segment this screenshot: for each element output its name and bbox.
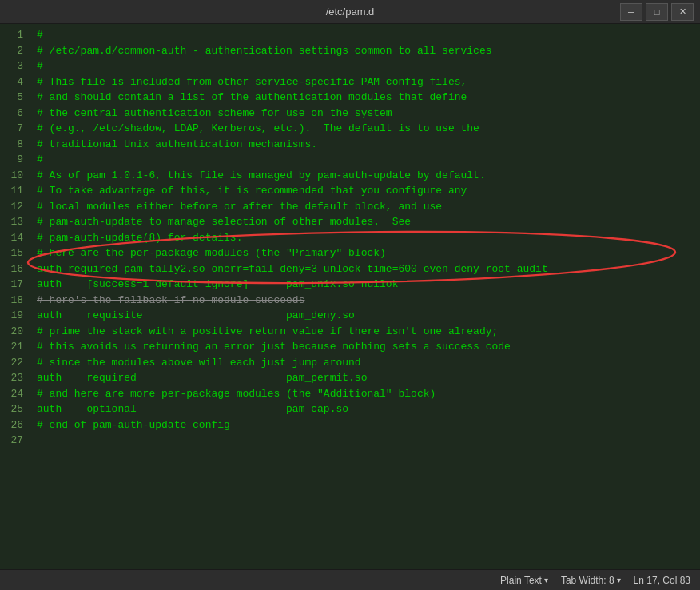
minimize-button[interactable]: ─ (620, 3, 642, 21)
line-number: 18 (3, 293, 23, 309)
line-number: 21 (3, 339, 23, 355)
line-number: 3 (3, 58, 23, 74)
tab-width-label: Tab Width: 8 (561, 575, 614, 586)
line-number: 23 (3, 370, 23, 386)
code-line: # prime the stack with a positive return… (37, 324, 694, 340)
code-line: # here are the per-package modules (the … (37, 245, 694, 261)
line-number: 14 (3, 230, 23, 246)
line-number: 1 (3, 27, 23, 43)
line-number: 25 (3, 401, 23, 417)
code-line: auth [success=1 default=ignore] pam_unix… (37, 277, 694, 293)
cursor-pos-label: Ln 17, Col 83 (634, 575, 690, 586)
code-line: auth optional pam_cap.so (37, 401, 694, 417)
line-number: 22 (3, 355, 23, 371)
maximize-button[interactable]: □ (646, 3, 668, 21)
code-line: # As of pam 1.0.1-6, this file is manage… (37, 168, 694, 184)
cursor-position: Ln 17, Col 83 (634, 575, 690, 586)
close-button[interactable]: ✕ (671, 3, 694, 21)
code-line: # (e.g., /etc/shadow, LDAP, Kerberos, et… (37, 121, 694, 137)
code-line: # traditional Unix authentication mechan… (37, 137, 694, 153)
code-line: auth required pam_permit.so (37, 370, 694, 386)
line-number: 2 (3, 43, 23, 59)
line-number: 4 (3, 74, 23, 90)
code-line: auth requisite pam_deny.so (37, 308, 694, 324)
code-line: # since the modules above will each just… (37, 355, 694, 371)
line-number: 7 (3, 121, 23, 137)
line-number: 11 (3, 183, 23, 199)
code-line: # here's the fallback if no module succe… (37, 293, 694, 309)
status-bar: Plain Text ▾ Tab Width: 8 ▾ Ln 17, Col 8… (0, 569, 700, 590)
line-number: 27 (3, 433, 23, 448)
title-bar: /etc/pam.d ─ □ ✕ (0, 0, 700, 24)
code-line: # (37, 27, 694, 43)
line-number: 10 (3, 168, 23, 184)
code-line: # (37, 58, 694, 74)
editor-wrapper: 1234567891011121314151617181920212223242… (0, 24, 700, 569)
plain-text-label: Plain Text (500, 575, 542, 586)
title-bar-label: /etc/pam.d (326, 6, 375, 18)
tab-width-selector[interactable]: Tab Width: 8 ▾ (561, 575, 621, 586)
line-number: 26 (3, 417, 23, 433)
tab-width-chevron: ▾ (617, 576, 621, 584)
plain-text-selector[interactable]: Plain Text ▾ (500, 575, 548, 586)
line-number: 17 (3, 277, 23, 293)
code-line: # local modules either before or after t… (37, 199, 694, 215)
line-number: 13 (3, 214, 23, 230)
line-number: 20 (3, 324, 23, 340)
code-line: # /etc/pam.d/common-auth - authenticatio… (37, 43, 694, 59)
line-number: 15 (3, 245, 23, 261)
code-line: # and here are more per-package modules … (37, 386, 694, 402)
code-line: # This file is included from other servi… (37, 74, 694, 90)
line-number: 5 (3, 90, 23, 106)
code-line: auth required pam_tally2.so onerr=fail d… (37, 261, 694, 277)
line-number: 19 (3, 308, 23, 324)
code-area[interactable]: ## /etc/pam.d/common-auth - authenticati… (30, 24, 700, 569)
line-number: 6 (3, 106, 23, 122)
line-number: 8 (3, 137, 23, 153)
line-number: 12 (3, 199, 23, 215)
line-numbers-gutter: 1234567891011121314151617181920212223242… (0, 24, 30, 569)
line-number: 16 (3, 261, 23, 277)
code-line: # pam-auth-update(8) for details. (37, 230, 694, 246)
code-line: # the central authentication scheme for … (37, 106, 694, 122)
code-line: # end of pam-auth-update config (37, 417, 694, 433)
title-bar-buttons: ─ □ ✕ (620, 3, 694, 21)
line-number: 24 (3, 386, 23, 402)
code-line: # (37, 152, 694, 168)
code-line: # and should contain a list of the authe… (37, 90, 694, 106)
code-line: # pam-auth-update to manage selection of… (37, 214, 694, 230)
plain-text-chevron: ▾ (544, 576, 548, 584)
editor-container: 1234567891011121314151617181920212223242… (0, 24, 700, 569)
line-number: 9 (3, 152, 23, 168)
code-line: # To take advantage of this, it is recom… (37, 183, 694, 199)
code-line: # this avoids us returning an error just… (37, 339, 694, 355)
